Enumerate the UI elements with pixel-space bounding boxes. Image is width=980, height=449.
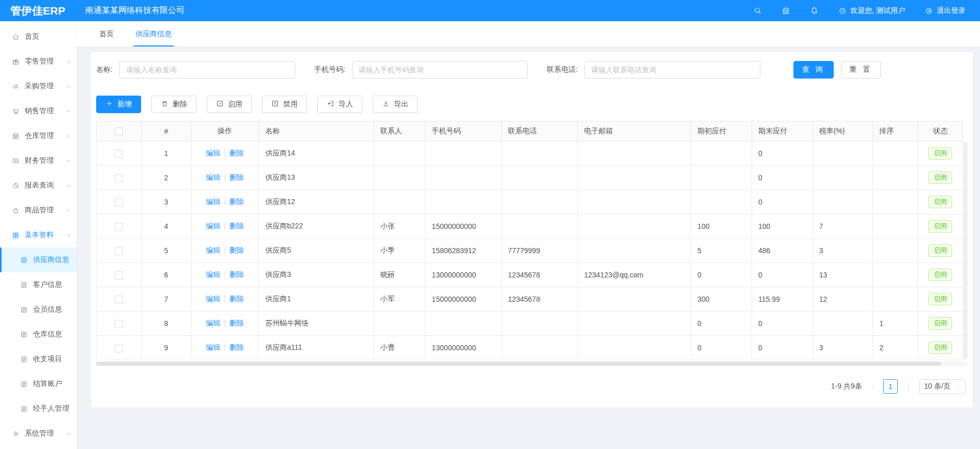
row-checkbox[interactable] [115,271,123,280]
supplier-table: #操作名称联系人手机号码联系电话电子邮箱期初应付期末应付税率(%)排序状态 1编… [96,121,963,360]
delete-link[interactable]: 删除 [229,295,244,303]
mobile-filter-input[interactable] [352,61,528,79]
horizontal-scrollbar[interactable] [96,362,968,366]
disable-button[interactable]: 禁用 [262,96,307,113]
delete-link[interactable]: 删除 [229,343,244,351]
sidebar-item-settlement-account[interactable]: 结算账户 [0,371,76,396]
vertical-scrollbar[interactable] [963,142,968,360]
page-size-value: 10 条/页 [924,382,951,391]
sidebar-item-warehouse-mgmt[interactable]: 仓库管理 [0,123,76,148]
cell-name: 供应商12 [259,190,374,214]
row-checkbox[interactable] [115,150,123,158]
sidebar-item-system-mgmt[interactable]: 系统管理 [0,421,76,446]
row-actions: 编辑|删除 [191,287,258,312]
sidebar-item-sales-mgmt[interactable]: 销售管理 [0,99,76,123]
cell-tax: 3 [813,336,873,360]
reset-button[interactable]: 重 置 [841,61,881,79]
name-filter-input[interactable] [119,61,295,79]
cell-mobile [425,190,501,214]
delete-link[interactable]: 删除 [229,270,244,278]
sidebar-item-report-query[interactable]: 报表查询 [0,173,76,198]
sidebar-item-retail-mgmt[interactable]: 零售管理 [0,49,76,74]
sidebar-item-finance-mgmt[interactable]: 财务管理 [0,148,76,173]
edit-link[interactable]: 编辑 [206,173,220,181]
chevron-down-icon [66,431,71,437]
row-checkbox[interactable] [115,223,123,231]
search-button[interactable]: 查 询 [793,61,834,79]
sidebar-item-handler-mgmt[interactable]: 经手人管理 [0,396,76,421]
delete-link[interactable]: 删除 [229,246,244,254]
delete-link[interactable]: 删除 [229,197,244,206]
bank-icon[interactable] [782,6,790,15]
search-icon[interactable] [753,6,762,15]
cell-status: 启用 [918,312,963,336]
cell-phone [501,190,577,214]
sidebar-item-member-info[interactable]: 会员信息 [0,297,76,322]
column-header: 期末应付 [752,121,813,142]
horizontal-scrollbar-thumb[interactable] [96,362,941,366]
sidebar-item-warehouse-info[interactable]: 仓库信息 [0,322,76,347]
purchase-icon [12,83,20,90]
cell-opening [691,190,752,214]
row-checkbox[interactable] [115,344,123,352]
page-size-select[interactable]: 10 条/页 [919,379,966,394]
trash-icon [161,100,169,109]
delete-button[interactable]: 删除 [151,96,196,113]
add-button[interactable]: 新增 [96,96,141,113]
sidebar-item-purchase-mgmt[interactable]: 采购管理 [0,74,76,99]
edit-link[interactable]: 编辑 [206,246,220,254]
sidebar-item-label: 收支项目 [33,354,62,364]
sidebar-item-label: 首页 [25,32,39,41]
cell-tax: 7 [813,214,873,239]
edit-link[interactable]: 编辑 [206,197,220,206]
row-actions: 编辑|删除 [191,190,258,214]
import-button[interactable]: 导入 [317,96,362,113]
bell-icon[interactable] [810,6,819,15]
sidebar-item-basic-data[interactable]: 基本资料 [0,223,76,247]
edit-link[interactable]: 编辑 [206,149,220,157]
action-separator: | [224,270,226,278]
select-all-checkbox[interactable] [115,128,123,136]
cell-contact [374,190,425,214]
sidebar-item-home[interactable]: 首页 [0,24,76,49]
phone-filter-input[interactable] [585,61,760,79]
cell-name: 供应商5 [259,239,374,263]
delete-link[interactable]: 删除 [229,319,244,327]
row-checkbox[interactable] [115,296,123,304]
enable-button[interactable]: 启用 [207,96,252,113]
cell-name: 供应商1 [259,287,374,312]
row-checkbox[interactable] [115,247,123,255]
sidebar-item-goods-mgmt[interactable]: 商品管理 [0,198,76,223]
select-all-header [97,121,142,142]
row-checkbox[interactable] [115,198,123,207]
sidebar-item-supplier-info[interactable]: 供应商信息 [0,247,76,272]
next-page-button[interactable] [905,383,912,390]
status-badge: 启用 [928,293,952,305]
cell-mobile: 13000000000 [425,336,501,360]
edit-link[interactable]: 编辑 [206,222,220,230]
delete-link[interactable]: 删除 [229,173,244,181]
edit-link[interactable]: 编辑 [206,343,220,351]
row-checkbox[interactable] [115,320,123,328]
delete-link[interactable]: 删除 [229,149,244,157]
tab-home[interactable]: 首页 [88,21,125,47]
cell-opening: 0 [691,263,752,287]
tabbar: 首页供应商信息 [76,21,980,47]
export-button[interactable]: 导出 [373,96,418,113]
delete-link[interactable]: 删除 [229,222,244,230]
tab-supplier-info[interactable]: 供应商信息 [125,21,182,47]
cell-sort: 2 [873,336,918,360]
phone-filter-label: 联系电话: [547,65,578,74]
cell-name: 供应商13 [259,166,374,190]
edit-link[interactable]: 编辑 [206,270,220,278]
sidebar-item-income-expense[interactable]: 收支项目 [0,347,76,371]
row-checkbox[interactable] [115,174,123,182]
welcome-user[interactable]: 欢迎您, 测试用户 [838,6,905,16]
table-row: 4编辑|删除供应商b222小张150000000001001007启用 [97,214,963,239]
sidebar-item-customer-info[interactable]: 客户信息 [0,272,76,297]
edit-link[interactable]: 编辑 [206,295,220,303]
edit-link[interactable]: 编辑 [206,319,220,327]
current-page-button[interactable]: 1 [883,379,898,394]
logout-button[interactable]: 退出登录 [925,6,966,16]
prev-page-button[interactable] [869,383,876,390]
